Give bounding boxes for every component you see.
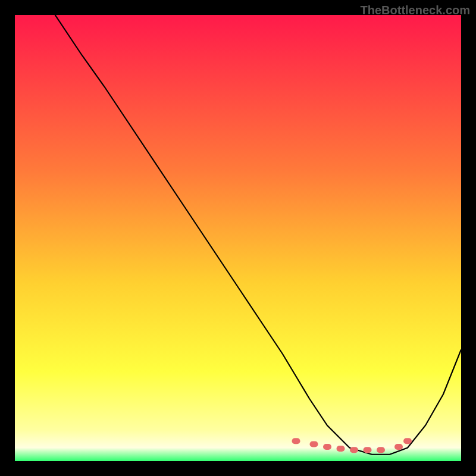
marker-dot	[310, 441, 318, 447]
markers-group	[292, 438, 412, 453]
bottleneck-curve	[55, 15, 462, 455]
marker-dot	[323, 444, 331, 450]
marker-dot	[394, 444, 403, 450]
curve-layer	[15, 15, 461, 461]
marker-dot	[403, 438, 412, 444]
marker-dot	[377, 447, 385, 453]
chart-container: TheBottleneck.com	[0, 0, 476, 476]
marker-dot	[337, 446, 345, 452]
marker-dot	[364, 447, 372, 453]
marker-dot	[350, 447, 358, 453]
plot-area	[15, 15, 461, 461]
marker-dot	[292, 438, 300, 444]
watermark-text: TheBottleneck.com	[361, 4, 470, 17]
